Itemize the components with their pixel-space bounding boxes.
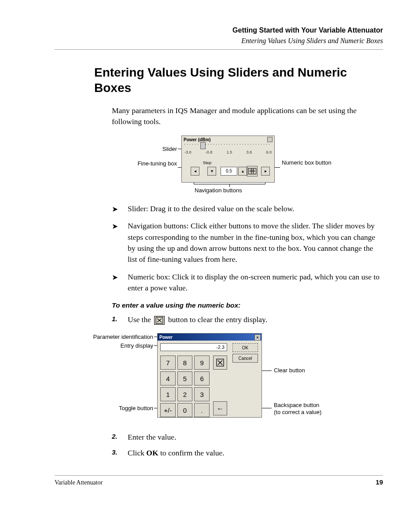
slider-thumb[interactable] [200,142,206,149]
key-dot[interactable]: . [194,403,210,417]
panel-title: Power (dBm) [184,137,211,142]
callout-toggle: Toggle button [76,404,153,413]
entry-display[interactable]: -2.3 [160,343,227,351]
slider-figure: Slider Fine-tuning box Numeric box butto… [137,136,357,193]
bullet-item: Numeric box: Click it to display the on-… [112,272,383,294]
key-2[interactable]: 2 [177,387,193,401]
key-toggle-sign[interactable]: +/- [160,403,176,417]
callout-param-id: Parameter identification [76,333,153,341]
page-footer: Variable Attenuator 19 [55,472,383,486]
section-subtitle: Entering Values Using Sliders and Numeri… [55,37,383,45]
step-item: 2.Enter the value. [112,432,383,443]
callout-navigation: Navigation buttons [195,187,242,195]
fine-tuning-value[interactable]: 0.5 [221,167,237,176]
key-0[interactable]: 0 [177,403,193,417]
close-icon[interactable]: × [254,334,261,341]
callout-clear: Clear button [274,367,305,375]
backspace-button[interactable]: ← [213,401,227,415]
slider-scale: -3.0-0.81.53.86.0 [184,150,272,159]
step-up-button[interactable]: ▴ [238,167,247,176]
bullet-list: Slider: Drag it to the desired value on … [112,203,383,294]
svg-rect-0 [248,168,256,174]
procedure-title: To enter a value using the numeric box: [112,301,383,310]
chapter-title: Getting Started with Your Variable Atten… [55,26,383,34]
key-3[interactable]: 3 [194,387,210,401]
lead-paragraph: Many parameters in IQS Manager and modul… [112,105,383,128]
clear-icon [154,316,165,325]
key-1[interactable]: 1 [160,387,176,401]
numeric-pad-figure: Parameter identification Entry display T… [80,333,362,421]
step-label: Step: [203,161,212,165]
cancel-button[interactable]: Cancel [232,354,258,363]
titlebar[interactable]: Power× [158,334,262,341]
footer-product: Variable Attenuator [55,479,103,486]
key-5[interactable]: 5 [177,371,193,385]
running-header: Getting Started with Your Variable Atten… [55,26,383,50]
nav-left-button[interactable]: ◂ [191,167,199,176]
bullet-item: Slider: Drag it to the desired value on … [112,203,383,214]
numeric-pad-window: Power× -2.3 OK Cancel 7 8 9 4 5 6 1 2 3 … [157,333,262,418]
page-number: 19 [376,478,383,486]
slider-panel: Power (dBm) -3.0-0.81.53.86.0 Step: ◂ ▾ … [181,136,275,183]
page-title: Entering Values Using Sliders and Numeri… [94,65,383,95]
callout-numeric-box: Numeric box button [282,159,326,166]
numeric-box-button[interactable] [247,166,258,176]
keypad: 7 8 9 4 5 6 1 2 3 +/- 0 . [160,356,210,417]
nav-right-button[interactable]: ▸ [261,167,270,176]
procedure-steps: 1. Use the button to clear the entry dis… [112,314,383,325]
step-down-button[interactable]: ▾ [207,167,216,176]
ok-button[interactable]: OK [232,343,258,352]
clear-button[interactable] [213,356,227,370]
key-8[interactable]: 8 [177,356,193,370]
key-4[interactable]: 4 [160,371,176,385]
procedure-steps-cont: 2.Enter the value. 3.Click OK to confirm… [112,432,383,459]
callout-fine-tuning: Fine-tuning box [133,160,177,167]
key-7[interactable]: 7 [160,356,176,370]
callout-slider: Slider [133,145,177,154]
slider-track[interactable] [184,144,272,145]
maximize-icon[interactable] [267,137,273,142]
callout-backspace: Backspace button(to correct a value) [274,402,321,416]
callout-entry: Entry display [76,342,153,350]
key-6[interactable]: 6 [194,371,210,385]
bullet-item: Navigation buttons: Click either buttons… [112,220,383,265]
step-item: 1. Use the button to clear the entry dis… [112,314,383,325]
key-9[interactable]: 9 [194,356,210,370]
step-item: 3.Click OK to confirm the value. [112,448,383,459]
